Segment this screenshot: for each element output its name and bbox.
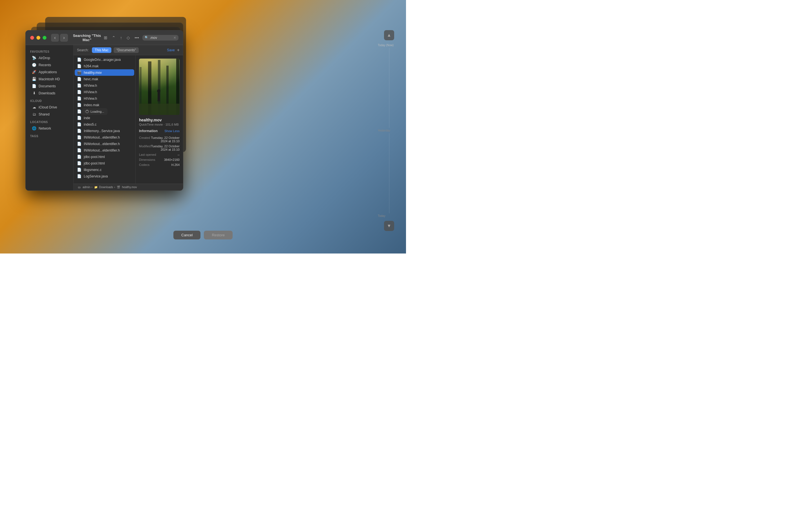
search-clear-button[interactable]: ✕ [173, 36, 176, 40]
maximize-button[interactable] [43, 36, 47, 40]
file-item-h264[interactable]: 📄 h264.mak [73, 63, 135, 69]
file-item-hiview-3[interactable]: 📄 HIView.h [73, 95, 135, 102]
file-name-googledrive: GoogleDriv...anager.java [84, 58, 121, 62]
add-filter-button[interactable]: + [177, 48, 180, 53]
file-icon-inworkout2: 📄 [77, 142, 82, 146]
timeline-label-today: Today [378, 214, 386, 217]
sidebar-item-network[interactable]: 🌐 Network [28, 125, 71, 132]
file-item-googledrive[interactable]: 📄 GoogleDriv...anager.java [73, 56, 135, 63]
share-button[interactable]: ↑ [119, 34, 123, 41]
file-name-hiview1: HIView.h [84, 83, 97, 88]
traffic-lights [30, 36, 47, 40]
close-button[interactable] [30, 36, 34, 40]
file-icon-jdbc1: 📄 [77, 155, 82, 159]
file-item-inworkout-1[interactable]: 📄 INWorkout...eldentifier.h [73, 134, 135, 140]
view-toggle-button[interactable]: ⊞ [103, 34, 109, 41]
timeline-up-button[interactable]: ▲ [384, 30, 394, 40]
file-item-logservice[interactable]: 📄 LogService.java [73, 173, 135, 179]
sidebar-item-label-applications: Applications [39, 70, 57, 74]
chevron-down-icon: ▼ [387, 223, 391, 228]
modified-label: Modified [139, 145, 151, 151]
file-item-inmemory[interactable]: 📄 InMemory...Service.java [73, 128, 135, 134]
file-name-inmemory: InMemory...Service.java [84, 129, 120, 133]
file-icon-hiview3: 📄 [77, 96, 82, 101]
file-name-h264: h264.mak [84, 64, 99, 68]
recents-icon: 🕐 [32, 63, 36, 67]
last-opened-value: -- [177, 153, 180, 156]
file-icon-hevc: 📄 [77, 77, 82, 81]
file-item-libgsm[interactable]: 📄 libgsmenc.c [73, 166, 135, 173]
sidebar-item-macintosh-hd[interactable]: 💾 Macintosh HD [28, 75, 71, 82]
file-name-hiview2: HIView.h [84, 90, 97, 94]
search-input[interactable]: .mov [150, 36, 172, 40]
file-item-hevc[interactable]: 📄 hevc.mak [73, 76, 135, 82]
info-row-last-opened: Last opened -- [139, 152, 180, 157]
sidebar-item-shared[interactable]: 🗂 Shared [28, 111, 71, 118]
search-filters-bar: Search: This Mac "Documents" Save + [73, 45, 183, 55]
info-row-codecs: Codecs H.264 [139, 162, 180, 167]
bottom-buttons: Cancel Restore [173, 231, 233, 239]
file-name-healthy: healthy.mov [84, 71, 102, 75]
timeline-down-button[interactable]: ▼ [384, 221, 394, 231]
file-item-indeo5[interactable]: 📄 indeo5.c [73, 121, 135, 128]
sidebar-item-documents[interactable]: 📄 Documents [28, 82, 71, 90]
sidebar-item-downloads[interactable]: ⬇ Downloads [28, 90, 71, 97]
file-icon-inmemory: 📄 [77, 129, 82, 133]
file-item-jdbc-2[interactable]: 📄 jdbc-pool.html [73, 160, 135, 166]
breadcrumb-admin: admin [83, 186, 90, 189]
breadcrumb-filename: healthy.mov [122, 186, 137, 189]
file-name-inworkout2: INWorkout...eldentifier.h [84, 142, 120, 146]
svg-rect-13 [139, 59, 180, 115]
icloud-section-label: iCloud [26, 97, 73, 104]
minimize-button[interactable] [36, 36, 40, 40]
cancel-button[interactable]: Cancel [173, 231, 200, 239]
forward-button[interactable]: › [60, 34, 68, 42]
file-item-inde2[interactable]: 📄 inde [73, 115, 135, 121]
filter-documents[interactable]: "Documents" [114, 47, 139, 53]
file-item-jdbc-1[interactable]: 📄 jdbc-pool.html [73, 154, 135, 160]
back-button[interactable]: ‹ [51, 34, 59, 42]
preview-filename: healthy.mov [139, 118, 180, 122]
file-item-healthy-mov[interactable]: 🎬 healthy.mov [75, 69, 134, 76]
search-label: Search: [77, 48, 89, 52]
info-row-created: Created Tuesday, 22 October 2024 at 15:1… [139, 135, 180, 144]
file-list[interactable]: 📄 GoogleDriv...anager.java 📄 h264.mak 🎬 … [73, 55, 136, 184]
file-item-inde-loading[interactable]: 📄 inde... Loading... [73, 108, 135, 115]
file-item-indeo-mak[interactable]: 📄 indeo.mak [73, 102, 135, 108]
file-name-jdbc2: jdbc-pool.html [84, 161, 105, 165]
airdrop-icon: 📡 [32, 56, 36, 60]
tag-button[interactable]: ◇ [125, 34, 131, 41]
finder-window: ‹ › Searching "This Mac" ⊞ ⌃ ↑ ◇ ••• 🔍 .… [26, 30, 183, 191]
modified-value: Tuesday, 22 October 2024 at 15:10 [151, 145, 180, 151]
file-name-logservice: LogService.java [84, 174, 108, 178]
file-item-inworkout-3[interactable]: 📄 INWorkout...eldentifier.h [73, 147, 135, 154]
sidebar-item-label-documents: Documents [39, 84, 56, 88]
restore-button[interactable]: Restore [204, 231, 233, 239]
tags-section-label: Tags [26, 132, 73, 139]
file-item-hiview-2[interactable]: 📄 HIView.h [73, 89, 135, 95]
file-icon-healthy: 🎬 [77, 70, 82, 75]
file-item-hiview-1[interactable]: 📄 HIView.h [73, 82, 135, 89]
sidebar-item-applications[interactable]: 🚀 Applications [28, 68, 71, 75]
breadcrumb-folder-icon: 🗂 [77, 186, 82, 189]
action-button[interactable]: ••• [133, 34, 140, 41]
filter-this-mac[interactable]: This Mac [92, 47, 111, 53]
info-row-dimensions: Dimensions 3840×2160 [139, 157, 180, 162]
show-less-button[interactable]: Show Less [164, 129, 180, 133]
file-icon-h264: 📄 [77, 64, 82, 68]
file-name-inworkout1: INWorkout...eldentifier.h [84, 135, 120, 139]
preview-panel: healthy.mov QuickTime movie · 101,6 MB I… [136, 55, 183, 184]
toolbar-icons: ⊞ ⌃ ↑ ◇ ••• 🔍 .mov ✕ [103, 34, 179, 41]
file-item-inworkout-2[interactable]: 📄 INWorkout...eldentifier.h [73, 140, 135, 147]
sidebar: Favourites 📡 AirDrop 🕐 Recents 🚀 Applica… [26, 45, 73, 190]
file-name-libgsm: libgsmenc.c [84, 168, 101, 172]
status-bar: 🗂 admin › 📁 Downloads › 🎬 healthy.mov [73, 184, 183, 190]
view-options-button[interactable]: ⌃ [111, 34, 117, 41]
file-name-indeo5: indeo5.c [84, 122, 96, 126]
save-search-button[interactable]: Save [167, 48, 174, 52]
sidebar-item-recents[interactable]: 🕐 Recents [28, 61, 71, 68]
file-name-indeo-mak: indeo.mak [84, 103, 99, 107]
sidebar-item-icloud-drive[interactable]: ☁ iCloud Drive [28, 104, 71, 111]
titlebar: ‹ › Searching "This Mac" ⊞ ⌃ ↑ ◇ ••• 🔍 .… [26, 31, 183, 45]
sidebar-item-airdrop[interactable]: 📡 AirDrop [28, 54, 71, 61]
